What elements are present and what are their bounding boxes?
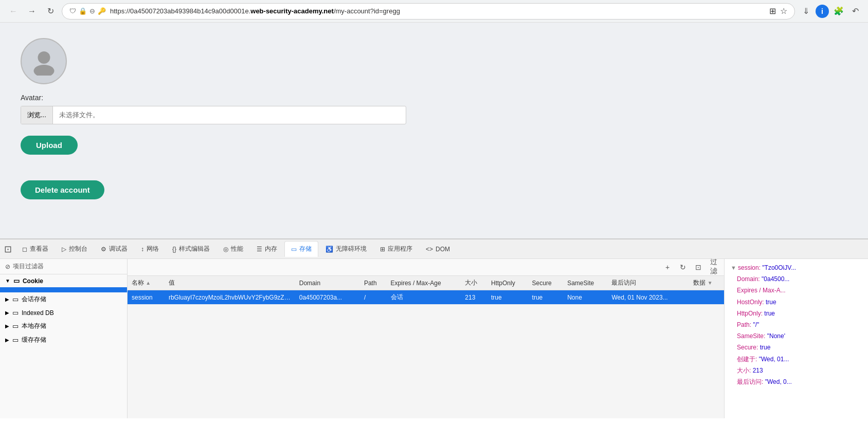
cell-httponly: true xyxy=(487,290,528,305)
back-button[interactable]: ← xyxy=(6,4,21,18)
tab-debugger[interactable]: ⚙ 调试器 xyxy=(95,242,134,256)
browse-button[interactable]: 浏览... xyxy=(21,106,53,124)
filter-value-button[interactable]: ⊘ 过滤值 xyxy=(708,261,720,273)
star-icon[interactable]: ☆ xyxy=(780,6,787,16)
cell-secure: true xyxy=(528,290,564,305)
svg-point-1 xyxy=(33,65,54,76)
indexed-db-icon: ▭ xyxy=(12,309,19,317)
browser-chrome: ← → ↻ 🛡 🔒 ⊖ 🔑 https://0a45007203ab493984… xyxy=(0,0,868,23)
url-text: https://0a45007203ab493984b14c9a00d0001e… xyxy=(110,7,765,15)
track-icon: ⊖ xyxy=(89,7,95,15)
filter-icon: ⊘ xyxy=(5,263,10,270)
col-lastaccessed[interactable]: 最后访问 xyxy=(607,276,689,290)
detail-row-path: Path: "/" xyxy=(731,320,862,330)
tab-performance[interactable]: ◎ 性能 xyxy=(217,242,249,256)
file-placeholder: 未选择文件。 xyxy=(53,110,105,120)
cell-expires: 会话 xyxy=(387,290,461,305)
tab-accessibility[interactable]: ♿ 无障碍环境 xyxy=(319,242,373,256)
devtools-sidebar: ⊘ 项目过滤器 ▼ ▭ Cookie ▶ ▭ 会话存储 ▶ ▭ Indexed … xyxy=(0,259,128,418)
col-path[interactable]: Path xyxy=(360,276,387,290)
download-icon[interactable]: ⇓ xyxy=(799,5,812,18)
avatar-label: Avatar: xyxy=(21,94,43,102)
devtools-drag-icon[interactable]: ⊡ xyxy=(4,244,12,255)
forward-button[interactable]: → xyxy=(25,4,39,18)
detail-row-created: 创建于: "Wed, 01... xyxy=(731,355,862,364)
expand-arrow: ▼ xyxy=(5,278,10,284)
add-cookie-button[interactable]: + xyxy=(661,261,674,273)
expand-arrow3: ▶ xyxy=(5,310,9,316)
cell-samesite: None xyxy=(563,290,607,305)
sidebar-item-indexed-db[interactable]: ▶ ▭ Indexed DB xyxy=(0,306,127,319)
expand-arrow4: ▶ xyxy=(5,323,9,329)
table-row[interactable]: session rbGluayI7czoyMzoiL2hvbWUvY2FybG9… xyxy=(128,290,724,305)
detail-row-domain: Domain: "0a4500... xyxy=(731,274,862,284)
refresh-button[interactable]: ↻ xyxy=(677,261,689,273)
local-storage-icon: ▭ xyxy=(12,322,19,330)
security-icons: 🛡 🔒 ⊖ 🔑 xyxy=(69,7,106,15)
extensions-icon[interactable]: 🧩 xyxy=(832,5,845,18)
cookie-table-wrapper: 名称 ▲ 值 Domain Path Expires / Max-Age 大小 … xyxy=(128,276,724,418)
cell-lastaccessed: Wed, 01 Nov 2023... xyxy=(607,290,689,305)
reload-button[interactable]: ↻ xyxy=(43,4,58,18)
cell-domain: 0a45007203a... xyxy=(295,290,360,305)
detail-row-size: 大小: 213 xyxy=(731,366,862,376)
storage-icon: ▭ xyxy=(291,246,297,253)
col-domain[interactable]: Domain xyxy=(295,276,360,290)
cookie-table-header: 名称 ▲ 值 Domain Path Expires / Max-Age 大小 … xyxy=(128,276,724,290)
tab-style-editor[interactable]: {} 样式编辑器 xyxy=(166,242,216,256)
detail-row-session: ▼ session: "Tzo0OiJV... xyxy=(731,263,862,273)
key-icon: 🔑 xyxy=(98,7,106,15)
detail-row-httponly: HttpOnly: true xyxy=(731,309,862,319)
detail-row-samesite: SameSite: "None' xyxy=(731,331,862,341)
application-icon: ⊞ xyxy=(380,246,385,253)
file-input-row: 浏览... 未选择文件。 xyxy=(21,106,406,124)
col-httponly[interactable]: HttpOnly xyxy=(487,276,528,290)
cookie-table: 名称 ▲ 值 Domain Path Expires / Max-Age 大小 … xyxy=(128,276,724,305)
sidebar-item-cache-storage[interactable]: ▶ ▭ 缓存存储 xyxy=(0,333,127,347)
delete-account-button[interactable]: Delete account xyxy=(21,180,104,199)
col-secure[interactable]: Secure xyxy=(528,276,564,290)
main-content: Avatar: 浏览... 未选择文件。 Upload Delete accou… xyxy=(0,23,868,238)
devtools-panel: ⊡ ◻ 查看器 ▷ 控制台 ⚙ 调试器 ↕ 网络 {} 样式编辑器 ◎ 性能 ☰… xyxy=(0,238,868,418)
tab-inspector[interactable]: ◻ 查看器 xyxy=(16,242,55,256)
cache-storage-icon: ▭ xyxy=(12,336,19,344)
tab-dom[interactable]: <> DOM xyxy=(420,243,456,256)
info-icon[interactable]: i xyxy=(816,5,829,18)
tab-console[interactable]: ▷ 控制台 xyxy=(56,242,94,256)
expand-arrow2: ▶ xyxy=(5,296,9,302)
col-expires[interactable]: Expires / Max-Age xyxy=(387,276,461,290)
inspector-icon: ◻ xyxy=(22,246,27,253)
table-toolbar: + ↻ ⊡ ⊘ 过滤值 xyxy=(128,259,724,276)
col-samesite[interactable]: SameSite xyxy=(563,276,607,290)
back2-icon[interactable]: ↶ xyxy=(848,5,862,18)
col-name[interactable]: 名称 ▲ xyxy=(128,276,165,290)
address-bar[interactable]: 🛡 🔒 ⊖ 🔑 https://0a45007203ab493984b14c9a… xyxy=(62,3,795,20)
col-data[interactable]: 数据 ▼ xyxy=(689,276,724,290)
detail-row-expires: Expires / Max-A... xyxy=(731,286,862,295)
expand-panel-button[interactable]: ⊡ xyxy=(692,261,704,273)
lock-icon: 🔒 xyxy=(79,7,87,15)
sidebar-item-session-storage[interactable]: ▶ ▭ 会话存储 xyxy=(0,292,127,306)
upload-button[interactable]: Upload xyxy=(21,136,78,155)
cell-size: 213 xyxy=(461,290,487,305)
network-icon: ↕ xyxy=(141,246,144,253)
sidebar-item-cookie-url[interactable] xyxy=(0,287,127,292)
cell-value: rbGluayI7czoyMzoiL2hvbWUvY2FybG9zZL21vcm… xyxy=(165,290,295,305)
session-storage-icon: ▭ xyxy=(12,295,19,303)
cookie-table-body: session rbGluayI7czoyMzoiL2hvbWUvY2FybG9… xyxy=(128,290,724,305)
devtools-tabs: ⊡ ◻ 查看器 ▷ 控制台 ⚙ 调试器 ↕ 网络 {} 样式编辑器 ◎ 性能 ☰… xyxy=(0,239,868,259)
memory-icon: ☰ xyxy=(257,246,262,253)
tab-network[interactable]: ↕ 网络 xyxy=(135,242,165,256)
cell-path: / xyxy=(360,290,387,305)
qr-icon[interactable]: ⊞ xyxy=(769,6,776,16)
col-value[interactable]: 值 xyxy=(165,276,295,290)
sidebar-item-cookie-header[interactable]: ▼ ▭ Cookie xyxy=(0,274,127,287)
tab-application[interactable]: ⊞ 应用程序 xyxy=(374,242,419,256)
detail-row-secure: Secure: true xyxy=(731,343,862,353)
tab-memory[interactable]: ☰ 内存 xyxy=(250,242,283,256)
sidebar-item-local-storage[interactable]: ▶ ▭ 本地存储 xyxy=(0,319,127,333)
tab-storage[interactable]: ▭ 存储 xyxy=(284,241,318,257)
console-icon: ▷ xyxy=(62,246,66,253)
col-size[interactable]: 大小 xyxy=(461,276,487,290)
dom-icon: <> xyxy=(426,246,433,253)
